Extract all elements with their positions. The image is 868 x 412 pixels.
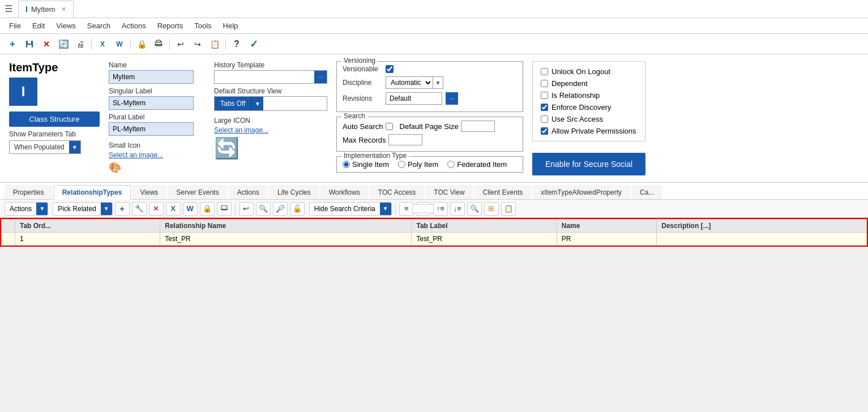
max-records-input[interactable]: [388, 134, 422, 145]
hide-search-arrow[interactable]: ▼: [380, 203, 391, 215]
toolbar-save-btn[interactable]: [22, 36, 37, 52]
tab-server-events[interactable]: Server Events: [168, 185, 227, 199]
tab-xitem-type[interactable]: xItemTypeAllowedProperty: [532, 185, 630, 199]
tab-workflows[interactable]: Workflows: [320, 185, 369, 199]
toolbar-add-btn[interactable]: +: [5, 36, 20, 52]
toolbar-word-btn[interactable]: W: [112, 36, 127, 52]
grid-sort-desc-btn[interactable]: ↓≡: [450, 202, 465, 216]
discipline-arrow[interactable]: ▼: [433, 77, 443, 88]
col-tab-order[interactable]: Tab Ord...: [15, 220, 160, 233]
actions-arrow[interactable]: ▼: [36, 203, 48, 215]
use-src-access-checkbox[interactable]: [541, 115, 548, 123]
grid-word-btn[interactable]: W: [183, 202, 198, 216]
col-tab-label[interactable]: Tab Label: [412, 220, 557, 233]
tab-close-icon[interactable]: ✕: [61, 6, 66, 13]
large-icon-link[interactable]: Select an image...: [214, 126, 268, 134]
col-name[interactable]: Name: [557, 220, 657, 233]
menu-tools[interactable]: Tools: [190, 20, 216, 31]
unlock-on-logout-checkbox[interactable]: [541, 68, 548, 75]
grid-edit-btn[interactable]: 🔧: [132, 202, 147, 216]
grid-plus-btn[interactable]: ⊞: [484, 202, 499, 216]
menu-help[interactable]: Help: [219, 20, 243, 31]
menu-actions[interactable]: Actions: [117, 20, 151, 31]
tab-relationship-types[interactable]: RelationshipTypes: [54, 185, 131, 200]
menu-reports[interactable]: Reports: [153, 20, 188, 31]
menu-file[interactable]: File: [5, 20, 25, 31]
grid-excel-btn[interactable]: X: [166, 202, 181, 216]
default-page-size-input[interactable]: [461, 121, 495, 132]
tab-life-cycles[interactable]: Life Cycles: [269, 185, 319, 199]
tab-actions[interactable]: Actions: [229, 185, 268, 199]
grid-undo-btn[interactable]: ↩: [239, 202, 254, 216]
tab-client-events[interactable]: Client Events: [474, 185, 532, 199]
discipline-select-input[interactable]: Automatic: [386, 77, 433, 88]
secure-social-button[interactable]: Enable for Secure Social: [532, 153, 645, 175]
hide-search-dropdown[interactable]: Hide Search Criteria ▼: [309, 202, 392, 216]
toolbar-copy-btn[interactable]: 📋: [207, 36, 223, 52]
toolbar-print-btn[interactable]: 🖨: [72, 36, 88, 52]
tab-toc-view[interactable]: TOC View: [425, 185, 473, 199]
is-relationship-checkbox[interactable]: [541, 92, 548, 99]
tab-properties[interactable]: Properties: [5, 185, 53, 199]
federated-item-radio[interactable]: [447, 161, 455, 168]
grid-add-btn[interactable]: +: [115, 202, 130, 216]
class-structure-button[interactable]: Class Structure: [9, 111, 100, 127]
toolbar-undo-btn[interactable]: ↩: [173, 36, 189, 52]
pick-related-arrow[interactable]: ▼: [101, 203, 112, 215]
single-item-radio[interactable]: [343, 161, 350, 168]
grid-search-btn[interactable]: 🔍: [256, 202, 271, 216]
menu-views[interactable]: Views: [52, 20, 80, 31]
menu-edit[interactable]: Edit: [28, 20, 49, 31]
grid-unlock-btn[interactable]: 🔓: [290, 202, 305, 216]
grid-delete-btn[interactable]: ✕: [149, 202, 164, 216]
history-template-input[interactable]: [215, 71, 314, 83]
toolbar-help-btn[interactable]: ?: [229, 36, 245, 52]
actions-dropdown[interactable]: Actions ▼: [5, 202, 48, 216]
col-desc[interactable]: Description [...]: [657, 220, 867, 233]
pick-related-dropdown[interactable]: Pick Related ▼: [53, 202, 112, 216]
small-icon-link[interactable]: Select an image...: [109, 151, 163, 159]
singular-input[interactable]: [109, 96, 194, 110]
grid-search2-btn[interactable]: 🔍: [467, 202, 482, 216]
name-input[interactable]: [109, 70, 194, 84]
grid-lock-btn[interactable]: 🔒: [200, 202, 215, 216]
tab-views[interactable]: Views: [132, 185, 167, 199]
tab-toc-access[interactable]: TOC Access: [370, 185, 424, 199]
toolbar-redo-btn[interactable]: ↪: [190, 36, 206, 52]
grid-clear-btn[interactable]: 🔎: [273, 202, 288, 216]
tab-ca[interactable]: Ca...: [631, 185, 662, 199]
grid-file-btn[interactable]: 📋: [501, 202, 516, 216]
hamburger-menu[interactable]: ☰: [5, 3, 12, 14]
show-params-arrow[interactable]: ▼: [69, 141, 80, 153]
toolbar-refresh-btn[interactable]: 🔄: [55, 36, 71, 52]
history-template-browse-btn[interactable]: ···: [314, 71, 327, 83]
default-structure-arrow[interactable]: ▼: [251, 97, 263, 110]
toolbar-excel-btn[interactable]: X: [95, 36, 110, 52]
single-item-option[interactable]: Single Item: [343, 160, 389, 169]
discipline-select[interactable]: Automatic ▼: [386, 76, 443, 89]
auto-search-checkbox[interactable]: [386, 123, 393, 130]
show-params-dropdown[interactable]: When Populated ▼: [9, 140, 81, 154]
enforce-discovery-checkbox[interactable]: [541, 104, 548, 111]
menu-search[interactable]: Search: [83, 20, 115, 31]
plural-input[interactable]: [109, 122, 194, 136]
poly-item-radio[interactable]: [398, 161, 405, 168]
default-structure-dropdown[interactable]: Tabs Off ▼: [214, 96, 327, 111]
col-rel-name[interactable]: Relationship Name: [160, 220, 412, 233]
table-row[interactable]: 1 Test_PR Test_PR PR: [2, 233, 867, 246]
allow-private-perms-checkbox[interactable]: [541, 127, 548, 135]
revisions-input[interactable]: [386, 92, 442, 105]
grid-input-btn[interactable]: [416, 202, 431, 216]
dependent-checkbox[interactable]: [541, 80, 548, 87]
grid-page-input[interactable]: [412, 204, 435, 213]
grid-checkin-btn[interactable]: [217, 202, 232, 216]
versionable-checkbox[interactable]: [386, 65, 394, 73]
revisions-browse-btn[interactable]: ···: [446, 92, 458, 105]
toolbar-lock-btn[interactable]: 🔒: [134, 36, 149, 52]
toolbar-checkin-btn[interactable]: [151, 36, 166, 52]
federated-item-option[interactable]: Federated Item: [447, 160, 507, 169]
document-tab[interactable]: I MyItem ✕: [18, 1, 74, 18]
toolbar-check-btn[interactable]: ✓: [246, 36, 262, 52]
poly-item-option[interactable]: Poly Item: [398, 160, 438, 169]
grid-sort-asc-btn[interactable]: ↑≡: [433, 202, 448, 216]
